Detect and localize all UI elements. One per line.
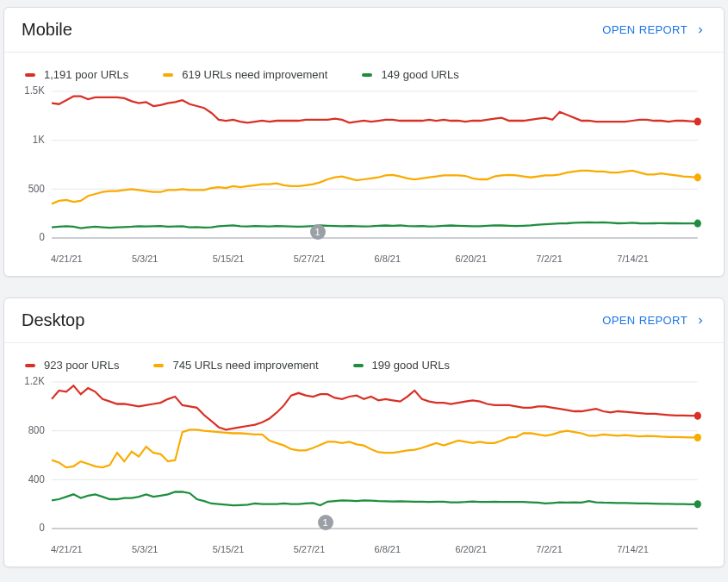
legend-item-r: 1,191 poor URLs	[25, 68, 128, 81]
event-marker[interactable]: 1	[318, 515, 333, 530]
x-tick: 4/21/21	[51, 544, 132, 554]
x-tick: 5/15/21	[213, 544, 294, 554]
chart-area: 04008001.2K14/21/215/3/215/15/215/27/216…	[4, 372, 724, 566]
series-good	[52, 222, 698, 228]
svg-text:800: 800	[28, 424, 45, 437]
svg-text:0: 0	[39, 522, 45, 535]
svg-text:400: 400	[28, 472, 45, 485]
svg-text:1.2K: 1.2K	[24, 375, 44, 388]
x-tick: 4/21/21	[51, 253, 132, 264]
x-tick: 6/20/21	[455, 253, 536, 264]
line-chart: 04008001.2K	[25, 382, 703, 529]
card-title: Mobile	[22, 20, 72, 40]
desktop-card: DesktopOPEN REPORT923 poor URLs745 URLs …	[3, 297, 725, 567]
legend-item-o: 745 URLs need improvement	[153, 359, 318, 372]
legend-item-g: 149 good URLs	[362, 68, 458, 81]
legend-label: 745 URLs need improvement	[172, 359, 318, 372]
legend-label: 149 good URLs	[381, 68, 458, 81]
legend-label: 923 poor URLs	[44, 359, 119, 372]
endpoint-good	[694, 500, 701, 508]
legend-item-o: 619 URLs need improvement	[163, 68, 327, 81]
legend-item-r: 923 poor URLs	[25, 359, 119, 372]
event-marker[interactable]: 1	[310, 224, 326, 240]
series-good	[52, 492, 698, 506]
legend-label: 619 URLs need improvement	[182, 68, 327, 81]
swatch-r	[25, 73, 35, 77]
endpoint-needs	[694, 434, 701, 441]
chart-area: 05001K1.5K14/21/215/3/215/15/215/27/216/…	[4, 81, 724, 276]
swatch-o	[163, 73, 173, 77]
x-tick: 7/14/21	[617, 253, 698, 264]
x-axis-labels: 4/21/215/3/215/15/215/27/216/8/216/20/21…	[51, 529, 698, 554]
card-header: MobileOPEN REPORT	[4, 8, 724, 53]
x-tick: 5/27/21	[294, 544, 375, 554]
x-tick: 7/14/21	[617, 544, 698, 554]
x-tick: 6/8/21	[375, 253, 456, 264]
x-tick: 7/2/21	[536, 544, 617, 554]
open-report-label: OPEN REPORT	[602, 314, 688, 327]
svg-text:0: 0	[39, 231, 45, 244]
x-tick: 5/3/21	[132, 544, 213, 554]
mobile-card: MobileOPEN REPORT1,191 poor URLs619 URLs…	[3, 7, 725, 277]
legend-label: 1,191 poor URLs	[44, 68, 128, 81]
swatch-r	[25, 364, 35, 367]
x-tick: 5/15/21	[213, 253, 294, 264]
legend: 923 poor URLs745 URLs need improvement19…	[4, 343, 724, 372]
svg-text:500: 500	[28, 182, 45, 195]
x-tick: 7/2/21	[536, 253, 617, 264]
swatch-o	[153, 364, 164, 367]
series-poor	[52, 97, 698, 123]
legend: 1,191 poor URLs619 URLs need improvement…	[4, 53, 724, 81]
series-needs	[52, 171, 698, 204]
open-report-button[interactable]: OPEN REPORT	[602, 314, 706, 327]
endpoint-needs	[694, 173, 701, 181]
card-header: DesktopOPEN REPORT	[4, 298, 724, 343]
series-poor	[52, 385, 698, 429]
open-report-button[interactable]: OPEN REPORT	[602, 23, 706, 36]
swatch-g	[353, 364, 364, 367]
open-report-label: OPEN REPORT	[602, 23, 688, 36]
svg-text:1K: 1K	[33, 134, 45, 147]
x-tick: 5/3/21	[132, 253, 213, 264]
x-axis-labels: 4/21/215/3/215/15/215/27/216/8/216/20/21…	[51, 238, 698, 264]
endpoint-good	[694, 220, 701, 228]
line-chart: 05001K1.5K	[25, 91, 703, 238]
swatch-g	[362, 73, 372, 77]
x-tick: 6/20/21	[455, 544, 536, 554]
legend-label: 199 good URLs	[372, 359, 450, 372]
x-tick: 5/27/21	[294, 253, 375, 264]
series-needs	[52, 429, 698, 467]
legend-item-g: 199 good URLs	[353, 359, 450, 372]
chevron-right-icon	[694, 315, 706, 327]
endpoint-poor	[694, 117, 701, 125]
svg-text:1.5K: 1.5K	[24, 84, 44, 97]
x-tick: 6/8/21	[375, 544, 456, 554]
card-title: Desktop	[22, 310, 84, 330]
chevron-right-icon	[694, 24, 706, 36]
endpoint-poor	[694, 412, 701, 420]
